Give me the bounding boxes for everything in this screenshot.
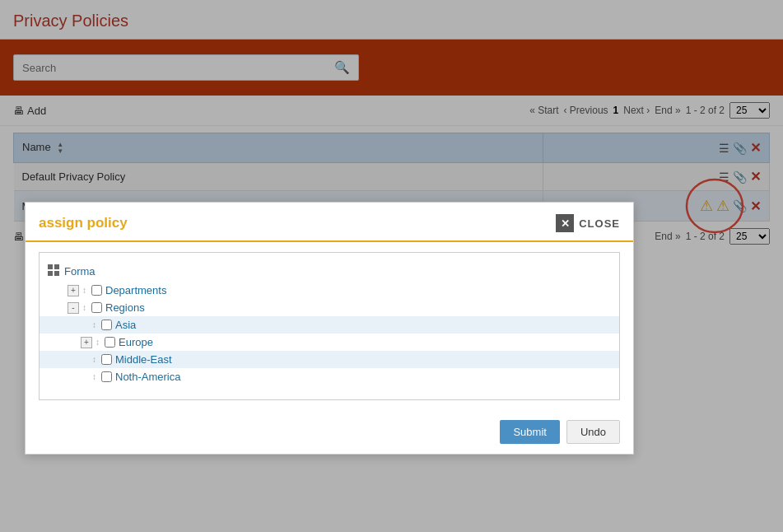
modal-assign-policy: assign policy ✕ CLOSE Forma bbox=[25, 202, 634, 251]
modal-title: assign policy bbox=[39, 215, 128, 231]
close-x-icon: ✕ bbox=[556, 214, 574, 232]
modal-header: assign policy ✕ CLOSE bbox=[26, 203, 633, 242]
modal-close-button[interactable]: ✕ CLOSE bbox=[556, 214, 620, 232]
close-text: CLOSE bbox=[579, 217, 620, 230]
modal-body: Forma + ↕ Departments - ↕ Region bbox=[26, 242, 633, 251]
